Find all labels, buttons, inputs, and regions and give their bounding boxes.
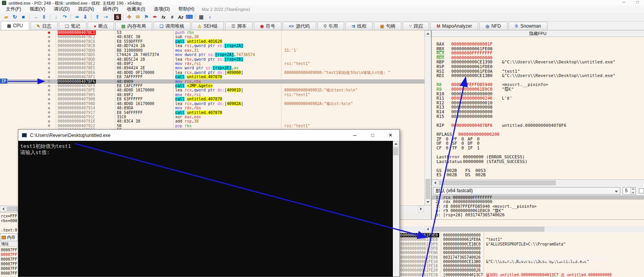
bullet-icon[interactable] [48,49,50,51]
bullet-icon[interactable] [48,120,50,123]
stack-value[interactable]: 0000000000000000 [443,246,480,251]
scroll-thumb[interactable] [426,179,430,199]
stack-value[interactable]: 000000000061FE0A [443,237,480,242]
disasm-row[interactable]: 000000000040791E48:83C4 38add rsp,38 [0,119,424,124]
menu-h[interactable]: 帮助(H) [174,5,199,13]
callconv-select[interactable]: 默认 (x64 fastcall) [433,187,620,195]
stack-value[interactable]: 0000000000000008 [443,264,480,268]
flag-value[interactable]: 002B [475,173,486,177]
tab-snowman[interactable]: ☃Snowman [509,22,547,30]
restart-icon[interactable]: ↻ [11,14,19,21]
register-value[interactable]: 0000000000000000 [451,114,493,119]
fx-icon[interactable]: fx [160,14,167,21]
step-over-icon[interactable]: ↷ [61,14,69,21]
bullet-icon[interactable] [48,67,50,69]
register-value[interactable]: 00000000 (ERROR_SUCCESS) [463,155,525,160]
bullet-icon[interactable] [48,111,50,114]
bullet-icon[interactable] [48,116,50,118]
tab-脚本[interactable]: ☰脚本 [225,22,253,30]
menu-v[interactable]: 视图(V) [25,5,49,13]
stack-hscrollbar[interactable] [399,226,644,232]
menu-n[interactable]: 跟踪(N) [74,5,99,13]
console-maximize-button[interactable]: □ [364,130,382,141]
stack-value[interactable]: 0000000000CE13B0 [443,259,480,264]
register-row[interactable]: R9000000000061E0C0"羀€" [432,87,644,92]
menu-d[interactable]: 调试(D) [49,5,74,13]
bullet-icon[interactable] [48,54,50,56]
disasm-vscrollbar[interactable] [424,30,431,205]
maximize-button[interactable]: □ [636,0,639,4]
console-scrollbar[interactable] [393,141,399,277]
tab-日志[interactable]: ✎日志 [30,22,58,30]
register-value[interactable]: 000000000061FDE0 [451,65,493,69]
bullet-icon[interactable] [48,76,50,78]
disasm-row[interactable]: 0000000000407908E8 63FFFFFFcall untitled… [0,97,424,102]
bullet-icon[interactable] [48,98,50,100]
tab-跟踪[interactable]: ∵跟踪 [403,22,429,30]
scroll-left-icon[interactable] [432,180,438,186]
scroll-thumb[interactable] [393,147,398,155]
scroll-left-icon[interactable] [424,226,431,232]
disasm-row[interactable]: 00000000004078D5C74424 2A 74657374mov dw… [0,53,424,57]
flag-value[interactable]: 1 [477,146,480,151]
bullet-icon[interactable] [48,124,50,127]
stack-value[interactable]: 0000000000000000 [443,233,480,237]
tab-seh链[interactable]: ⚠SEH链 [192,22,224,30]
argument-row[interactable]: 2: rdx 0000000000000000 [432,200,644,204]
stack-value[interactable]: 0000000000000026 [443,268,480,272]
tab-源代码[interactable]: <>源代码 [283,22,316,30]
disasm-row[interactable]: 000000000040790D48:8D0D 16170000lea rcx,… [0,102,424,106]
register-row[interactable]: LastStatus00000000 (STATUS_SUCCESS) [432,160,644,164]
register-row[interactable]: R150000000000000000 [432,114,644,119]
disasm-row[interactable]: 00000000004078F9E8 CAFCFFFFcall <JMP.&ge… [0,84,424,88]
register-row[interactable]: RAX000000000000001F [432,42,644,47]
bullet-icon[interactable] [48,80,50,82]
register-value[interactable]: 00000000004078F6 [451,123,493,128]
register-value[interactable]: 0000000000CE13B0 [451,74,493,78]
stack-value[interactable]: 0000000000CE1BC0 [443,242,480,246]
globe-icon[interactable]: ♁ [206,14,214,21]
comment-icon[interactable]: ✉ [134,14,142,21]
seh-logo-icon[interactable]: S [114,14,121,20]
disasm-row[interactable]: 00000000004078CB48:8D7424 2Alea rsi,qwor… [0,44,424,48]
flag-value[interactable]: 0 [446,146,449,151]
register-row[interactable]: RDI0000000000CE13B0&"C:\\Users\\Reverse\… [432,74,644,78]
tab-句柄[interactable]: ▣句柄 [374,22,401,30]
bullet-icon[interactable] [48,107,50,109]
register-row[interactable]: RFLAGS0000000000000200 [432,132,644,137]
pause-icon[interactable]: ‖ [40,14,48,21]
disasm-row[interactable]: 00000000004079225Bpop rbxrsi:"test1" [0,124,424,128]
register-row[interactable]: R140000000000000000 [432,110,644,114]
device-icon[interactable]: ⌨ [185,14,193,21]
disasm-row[interactable]: 00000000004078F1E8 7AFFFFFFcall untitled… [0,75,424,79]
favourites-icon[interactable]: ✒ [151,14,159,21]
hash-icon[interactable]: # [168,14,176,21]
dump-address[interactable]: 00007FF [1,257,17,261]
bullet-icon[interactable] [48,85,50,87]
flag-value[interactable]: 0 [461,146,464,151]
disasm-row[interactable]: 000000000040791C31C0xor eax,eax [0,115,424,119]
menu-p[interactable]: 插件(P) [99,5,123,13]
disasm-row[interactable]: 00000000004078C153push rbx [0,30,424,35]
patch-icon[interactable]: ✚ [125,14,133,21]
tab-mapoanalyzer[interactable]: MMapoAnalyzer [430,22,478,30]
bullet-icon[interactable] [48,71,50,74]
stack-value[interactable]: 0031747365740026 [443,255,480,259]
register-row[interactable]: CF0TF0IF1 [432,146,644,151]
hide-fpu-toggle[interactable]: 隐藏FPU [432,30,644,37]
scroll-left-icon[interactable] [0,206,6,212]
dump-address[interactable]: 00007FF [1,266,17,271]
execute-till-return-icon[interactable]: ↠ [73,14,81,21]
run-to-user-code-icon[interactable]: ⇑ [93,14,101,21]
scroll-thumb[interactable] [431,227,544,231]
register-row[interactable]: RIP00000000004078F6untitled.000000000040… [432,123,644,128]
bullet-icon[interactable] [48,102,50,105]
register-value[interactable]: 0000000000000200 [458,132,500,137]
label-icon[interactable]: ⚑ [143,14,150,21]
stack-value[interactable]: [00000000004013C7 [443,273,483,277]
bullet-icon[interactable] [48,40,50,42]
dump-address[interactable]: 00007FF [1,248,17,252]
run-icon[interactable]: → [32,14,39,21]
register-value[interactable]: 00000000 (STATUS_SUCCESS) [463,160,528,164]
disasm-row[interactable]: 00000000004078EA48:8D0D 0F170000lea rcx,… [0,70,424,75]
